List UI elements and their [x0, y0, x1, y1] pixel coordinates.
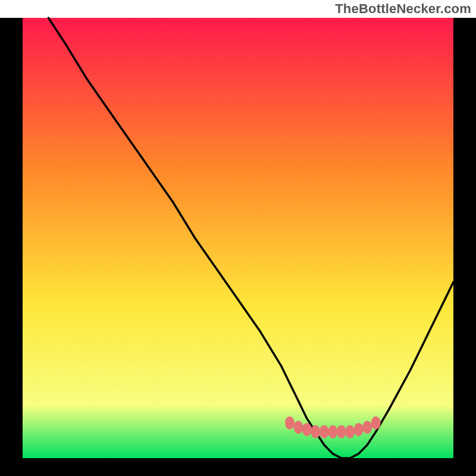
bottleneck-chart [0, 0, 476, 476]
optimal-marker [354, 423, 364, 436]
optimal-marker [293, 421, 303, 434]
optimal-marker [320, 425, 329, 439]
optimal-marker [362, 421, 372, 434]
attribution-label: TheBottleNecker.com [335, 1, 471, 17]
optimal-marker [328, 425, 337, 439]
chart-container: TheBottleNecker.com [0, 0, 476, 476]
plot-background [23, 18, 453, 458]
optimal-marker [311, 425, 320, 439]
optimal-marker [285, 416, 295, 430]
optimal-marker [371, 416, 381, 430]
optimal-marker [302, 423, 312, 436]
optimal-marker [345, 425, 355, 439]
optimal-marker [337, 425, 346, 439]
